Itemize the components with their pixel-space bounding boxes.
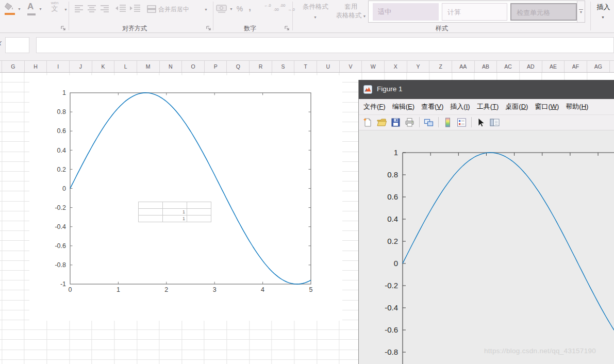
styles-gallery-more-button[interactable]: ▼ xyxy=(577,1,585,22)
column-header-H[interactable]: H xyxy=(25,61,47,72)
column-header-AF[interactable]: AF xyxy=(565,61,587,72)
column-header-T[interactable]: T xyxy=(294,61,317,72)
column-header-V[interactable]: V xyxy=(340,61,362,72)
name-box[interactable] xyxy=(5,37,29,53)
mini-table[interactable]: 11 xyxy=(138,202,211,222)
column-header-W[interactable]: W xyxy=(362,61,385,72)
column-header-Z[interactable]: Z xyxy=(429,61,452,72)
matlab-menu-t[interactable]: 工具(T) xyxy=(477,99,499,114)
number-dialog-launcher[interactable] xyxy=(284,25,290,31)
column-header-AC[interactable]: AC xyxy=(497,61,520,72)
align-left-button[interactable] xyxy=(73,3,85,14)
formula-input[interactable] xyxy=(36,37,614,53)
matlab-titlebar[interactable]: Figure 1 xyxy=(359,80,614,99)
fx-icon[interactable]: fx xyxy=(0,38,5,54)
column-header-U[interactable]: U xyxy=(317,61,340,72)
column-header-S[interactable]: S xyxy=(272,61,295,72)
cell-style-2[interactable]: 计算 xyxy=(442,3,507,21)
column-header-AG[interactable]: AG xyxy=(587,61,610,72)
insert-cells-button[interactable]: 插入 ▼ xyxy=(593,1,614,23)
matlab-menu-e[interactable]: 编辑(E) xyxy=(392,99,414,114)
chevron-down-icon: ▼ xyxy=(313,15,317,19)
mini-table-cell[interactable] xyxy=(139,209,163,216)
link-plot-icon[interactable] xyxy=(423,117,434,128)
edit-plot-arrow-icon[interactable] xyxy=(475,117,486,128)
font-color-button[interactable]: A ▼ xyxy=(24,1,43,16)
matlab-menu-w[interactable]: 窗口(W) xyxy=(535,99,559,114)
column-header-AA[interactable]: AA xyxy=(452,61,475,72)
accounting-format-button[interactable]: ▼ xyxy=(214,2,234,15)
mini-table-row: 1 xyxy=(139,209,211,216)
column-header-AD[interactable]: AD xyxy=(520,61,542,72)
matlab-menu-h[interactable]: 帮助(H) xyxy=(566,99,588,114)
sheet-grid[interactable]: 012345-1-0.8-0.6-0.4-0.200.20.40.60.81 1… xyxy=(0,73,614,364)
property-inspector-icon[interactable] xyxy=(489,117,500,128)
mini-table-cell[interactable] xyxy=(187,209,211,216)
phonetic-guide-button[interactable]: wén 文 ▼ xyxy=(46,1,69,18)
accounting-format-icon xyxy=(216,4,227,13)
column-header-O[interactable]: O xyxy=(182,61,205,72)
matlab-figure-window[interactable]: Figure 1 文件(F)编辑(E)查看(V)插入(I)工具(T)桌面(D)窗… xyxy=(358,80,614,364)
column-header-Y[interactable]: Y xyxy=(407,61,430,72)
matlab-menu-f[interactable]: 文件(F) xyxy=(363,99,386,114)
svg-text:0.8: 0.8 xyxy=(387,170,398,179)
watermark: https://blog.csdn.net/qq_43157190 xyxy=(484,347,596,355)
increase-indent-button[interactable] xyxy=(129,3,142,14)
chevron-down-icon: ▼ xyxy=(363,14,367,18)
svg-text:-1: -1 xyxy=(60,280,66,288)
insert-colorbar-icon[interactable] xyxy=(442,117,453,128)
column-header-I[interactable]: I xyxy=(47,61,70,72)
cell-style-3[interactable]: 检查单元格 xyxy=(510,3,577,21)
print-figure-icon[interactable] xyxy=(404,117,415,128)
comma-style-button[interactable]: , xyxy=(246,1,254,14)
column-header-AE[interactable]: AE xyxy=(542,61,565,72)
matlab-logo-icon xyxy=(363,85,372,94)
formula-bar-row: fx xyxy=(0,33,614,61)
font-dialog-launcher[interactable] xyxy=(60,25,67,31)
percent-style-button[interactable]: % xyxy=(234,2,245,15)
matlab-menu-d[interactable]: 桌面(D) xyxy=(505,99,528,114)
matlab-menu-i[interactable]: 插入(I) xyxy=(450,99,470,114)
matlab-menu-v[interactable]: 查看(V) xyxy=(421,99,443,114)
matlab-figure-canvas: 10.80.60.40.20-0.2-0.4-0.6-0.8 https://b… xyxy=(359,130,614,364)
align-center-button[interactable] xyxy=(86,3,97,14)
fill-color-button[interactable]: ▼ xyxy=(3,1,22,16)
mini-table-cell[interactable] xyxy=(187,202,211,209)
conditional-format-button[interactable]: 条件格式 ▼ xyxy=(294,1,337,23)
group-separator xyxy=(292,2,293,30)
column-header-AB[interactable]: AB xyxy=(475,61,497,72)
mini-table-cell[interactable] xyxy=(139,202,163,209)
percent-label: % xyxy=(237,5,243,13)
column-header-L[interactable]: L xyxy=(114,61,137,72)
mini-table-cell[interactable]: 1 xyxy=(163,216,187,222)
column-header-K[interactable]: K xyxy=(92,61,115,72)
font-color-letter: A xyxy=(27,2,34,12)
format-as-table-button[interactable]: 套用 表格格式▼ xyxy=(333,1,370,23)
column-header-M[interactable]: M xyxy=(137,61,160,72)
format-table-label-line2: 表格格式 xyxy=(336,12,362,19)
embedded-chart-object[interactable]: 012345-1-0.8-0.6-0.4-0.200.20.40.60.81 1… xyxy=(29,75,342,321)
column-header-Q[interactable]: Q xyxy=(227,61,250,72)
column-header-R[interactable]: R xyxy=(250,61,272,72)
conditional-format-label: 条件格式 xyxy=(294,3,337,11)
chevron-down-icon: ▼ xyxy=(229,7,233,11)
decrease-indent-button[interactable] xyxy=(114,3,127,14)
open-file-icon[interactable] xyxy=(376,117,387,128)
align-right-button[interactable] xyxy=(99,3,110,14)
save-figure-icon[interactable] xyxy=(390,117,401,128)
mini-table-cell[interactable] xyxy=(139,216,163,222)
new-figure-icon[interactable] xyxy=(362,117,373,128)
increase-decimal-button[interactable]: ←.0 .00 xyxy=(264,4,279,15)
column-header-N[interactable]: N xyxy=(160,61,182,72)
alignment-dialog-launcher[interactable] xyxy=(206,25,212,31)
column-header-J[interactable]: J xyxy=(70,61,92,72)
mini-table-cell[interactable] xyxy=(187,216,211,222)
cell-style-1[interactable]: 适中 xyxy=(373,3,439,21)
column-header-G[interactable]: G xyxy=(2,61,25,72)
mini-table-cell[interactable]: 1 xyxy=(163,209,187,216)
column-header-P[interactable]: P xyxy=(205,61,227,72)
column-header-X[interactable]: X xyxy=(385,61,407,72)
mini-table-cell[interactable] xyxy=(163,202,187,209)
merge-center-button[interactable]: 合并后居中 ▼ xyxy=(145,2,211,16)
insert-legend-icon[interactable] xyxy=(456,117,467,128)
